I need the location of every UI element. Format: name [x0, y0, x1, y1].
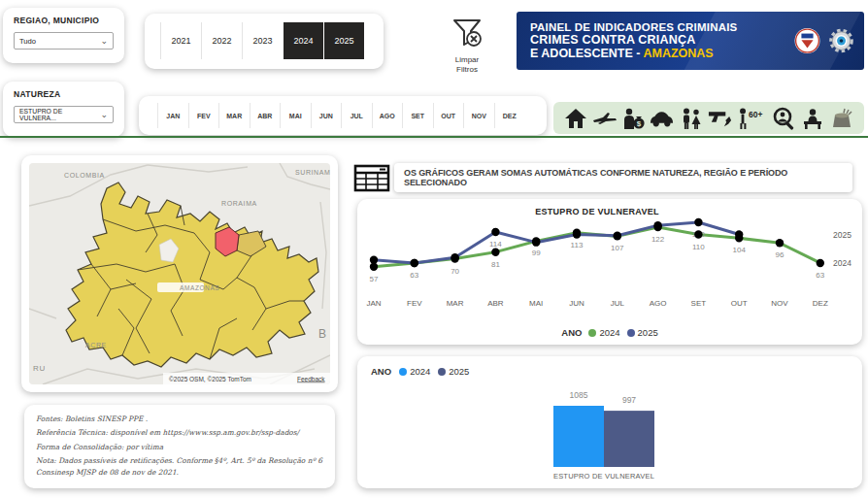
- x-axis-label-jun: JUN: [569, 299, 584, 308]
- legend-label-2025: 2025: [638, 327, 658, 338]
- clear-filters-button[interactable]: Limpar Filtros: [442, 17, 492, 76]
- search-person-icon[interactable]: [771, 107, 797, 130]
- footnote-consolidacao: Forma de Consolidação: por vítima: [36, 442, 323, 452]
- x-axis-label-abr: ABR: [487, 299, 504, 308]
- clear-filter-funnel-icon: [447, 17, 487, 50]
- data-point-2025-mai[interactable]: [532, 238, 540, 246]
- x-axis-label-mar: MAR: [447, 299, 464, 308]
- data-label-2024-nov: 96: [776, 250, 785, 259]
- regiao-slicer-card: REGIAO, MUNICIPIO Tudo ⌄: [3, 8, 124, 63]
- data-point-2025-fev[interactable]: [411, 259, 418, 267]
- nav-icon-strip: $ 60+: [553, 102, 864, 134]
- info-banner-card: OS GRÁFICOS GERAM SOMAS AUTOMÁTICAS CONF…: [394, 163, 852, 192]
- year-button-2024[interactable]: 2024: [283, 22, 323, 59]
- footnote-referencia: Referência Técnica: disponível em https:…: [36, 427, 323, 438]
- data-label-2024-mai: 99: [532, 249, 541, 257]
- data-point-2024-dez[interactable]: [817, 259, 824, 267]
- bar-2025[interactable]: [604, 411, 654, 467]
- year-button-2025[interactable]: 2025: [323, 22, 364, 59]
- month-button-nov[interactable]: NOV: [463, 103, 494, 128]
- chevron-down-icon: ⌄: [100, 37, 108, 46]
- bar-2024[interactable]: [553, 406, 604, 467]
- people-icon[interactable]: [678, 107, 704, 130]
- year-slicer-card: 20212022202320242025: [145, 14, 384, 69]
- robbery-icon[interactable]: $: [620, 107, 647, 130]
- month-button-mai[interactable]: MAI: [280, 103, 311, 128]
- month-button-dez[interactable]: DEZ: [494, 103, 525, 128]
- chevron-down-icon: ⌄: [100, 111, 108, 119]
- title-banner: PAINEL DE INDICADORES CRIMINAIS CRIMES C…: [517, 12, 864, 70]
- data-point-2024-set[interactable]: [694, 230, 702, 238]
- weapons-drugs-icon[interactable]: [707, 107, 733, 130]
- clear-filters-label-1: Limpar: [442, 55, 492, 65]
- elderly-60-icon[interactable]: 60+: [735, 107, 768, 130]
- x-axis-label-ago: AGO: [650, 299, 667, 308]
- line-legend-item-2025[interactable]: 2025: [627, 327, 658, 338]
- month-button-jan[interactable]: JAN: [157, 103, 188, 128]
- data-point-2025-out[interactable]: [735, 230, 743, 238]
- banner-logos: [794, 28, 854, 54]
- map-feedback-link[interactable]: Feedback: [297, 376, 325, 382]
- data-label-2024-out: 104: [733, 246, 747, 254]
- banner-line3: E ADOLESCENTE - AMAZONAS: [530, 47, 737, 60]
- data-point-2025-jun[interactable]: [573, 230, 581, 238]
- month-button-out[interactable]: OUT: [433, 103, 464, 128]
- banner-line2: CRIMES CONTRA CRIANÇA: [530, 33, 737, 47]
- regiao-label: REGIAO, MUNICIPIO: [14, 16, 114, 25]
- map-label-amazonas: AMAZONAS: [180, 284, 219, 291]
- month-button-set[interactable]: SET: [402, 103, 433, 128]
- ssp-crest-logo: [794, 28, 820, 54]
- month-button-mar[interactable]: MAR: [218, 103, 250, 128]
- aircraft-icon[interactable]: [591, 107, 618, 130]
- bar-chart-card: ANO20242025 1085997ESTUPRO DE VULNERAVEL: [357, 356, 862, 488]
- month-buttons: JANFEVMARABRMAIJUNJULAGOSETOUTNOVDEZ: [157, 103, 547, 128]
- data-point-2025-jan[interactable]: [370, 256, 378, 264]
- data-point-2024-nov[interactable]: [776, 239, 784, 247]
- line-series-2025[interactable]: [374, 222, 739, 263]
- x-axis-label-fev: FEV: [407, 299, 422, 308]
- clear-filters-label-2: Filtros: [442, 65, 492, 75]
- data-point-2025-jul[interactable]: [614, 232, 621, 240]
- x-axis-label-out: OUT: [731, 299, 748, 308]
- bar-chart: 1085997ESTUPRO DE VULNERAVEL: [357, 356, 862, 488]
- data-label-2024-jun: 113: [571, 241, 584, 249]
- year-button-2022[interactable]: 2022: [201, 22, 242, 59]
- amazonas-map[interactable]: COLOMBIASURINAMERORAIMAAMAZONASACRERUB ©…: [29, 163, 330, 384]
- series-end-label-2025: 2025: [833, 230, 851, 240]
- home-icon[interactable]: [562, 107, 588, 130]
- data-point-2024-abr[interactable]: [491, 248, 499, 255]
- month-button-ago[interactable]: AGO: [372, 103, 403, 128]
- natureza-dropdown[interactable]: ESTUPRO DE VULNERA... ⌄: [14, 106, 114, 123]
- regiao-value: Tudo: [19, 37, 36, 46]
- x-axis-label-nov: NOV: [771, 299, 788, 308]
- data-label-2024-mar: 70: [451, 267, 459, 276]
- banner-title: PAINEL DE INDICADORES CRIMINAIS CRIMES C…: [517, 21, 737, 60]
- table-grid-icon: [353, 162, 390, 193]
- month-button-jun[interactable]: JUN: [311, 103, 342, 128]
- data-point-2025-mar[interactable]: [451, 253, 458, 261]
- hostage-icon[interactable]: [800, 107, 826, 130]
- bar-value-2024: 1085: [570, 390, 588, 400]
- data-label-2024-dez: 63: [816, 271, 824, 280]
- year-button-2023[interactable]: 2023: [242, 22, 283, 59]
- month-button-abr[interactable]: ABR: [250, 103, 281, 128]
- natureza-slicer-card: NATUREZA ESTUPRO DE VULNERA... ⌄: [3, 82, 124, 137]
- data-point-2025-set[interactable]: [694, 218, 702, 226]
- year-button-2021[interactable]: 2021: [160, 22, 201, 59]
- line-legend-item-2024[interactable]: 2024: [588, 327, 619, 338]
- regiao-dropdown[interactable]: Tudo ⌄: [14, 32, 114, 50]
- banner-line1: PAINEL DE INDICADORES CRIMINAIS: [530, 21, 737, 33]
- line-chart-legend: ANO20242025: [357, 327, 862, 338]
- data-point-2025-ago[interactable]: [653, 221, 661, 229]
- month-button-fev[interactable]: FEV: [188, 103, 219, 128]
- data-point-2025-abr[interactable]: [491, 228, 499, 236]
- line-chart: ESTUPRO DE VULNERAVEL5763708199113107122…: [357, 199, 862, 314]
- footnotes-card: Fontes: Boletins SINESP PPE . Referência…: [24, 405, 335, 488]
- x-axis-label-set: SET: [691, 299, 707, 308]
- map-label-suriname: SURINAME: [295, 169, 330, 176]
- month-button-jul[interactable]: JUL: [341, 103, 372, 128]
- vehicle-icon[interactable]: [649, 107, 675, 130]
- tree-stump-icon[interactable]: [829, 107, 855, 130]
- map-frame: COLOMBIASURINAMERORAIMAAMAZONASACRERUB ©…: [29, 163, 330, 384]
- month-slicer-card: JANFEVMARABRMAIJUNJULAGOSETOUTNOVDEZ: [139, 96, 547, 135]
